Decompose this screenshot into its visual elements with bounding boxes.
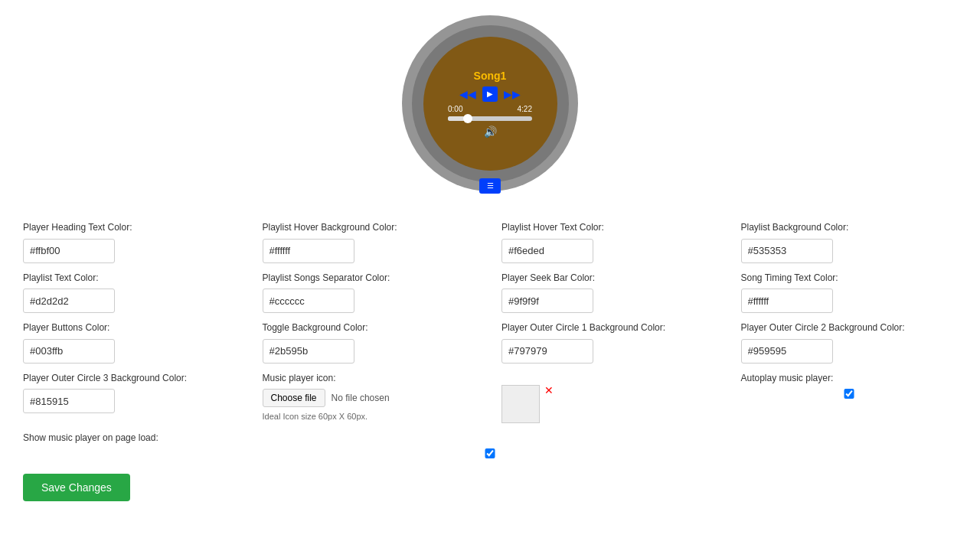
player-preview: Song1 ◀◀ ▶ ▶▶ 0:00 4:22 🔊 [23, 15, 957, 191]
icon-preview-box [501, 385, 540, 423]
song-title: Song1 [474, 70, 507, 82]
volume-icon[interactable]: 🔊 [484, 126, 497, 138]
seek-bar-fill [448, 116, 465, 121]
icon-preview-wrapper: ✕ [501, 373, 718, 423]
input-outer-circle-2-bg[interactable] [741, 339, 833, 364]
field-outer-circle-2-bg: Player Outer Circle 2 Background Color: [741, 322, 958, 364]
input-outer-circle-1-bg[interactable] [501, 339, 593, 364]
label-playlist-hover-text-color: Playlist Hover Text Color: [501, 222, 718, 234]
input-song-timing-text-color[interactable] [741, 289, 833, 313]
save-button[interactable]: Save Changes [23, 474, 130, 501]
seek-thumb [463, 114, 472, 123]
label-song-timing-text-color: Song Timing Text Color: [741, 272, 958, 285]
label-player-buttons-color: Player Buttons Color: [23, 322, 240, 334]
label-autoplay: Autoplay music player: [741, 373, 958, 385]
field-song-timing-text-color: Song Timing Text Color: [741, 272, 958, 314]
label-show-on-load: Show music player on page load: [23, 432, 957, 445]
label-playlist-hover-bg-color: Playlist Hover Background Color: [263, 222, 479, 234]
label-outer-circle-3-bg: Player Outer Circle 3 Background Color: [23, 373, 240, 385]
controls: ◀◀ ▶ ▶▶ [459, 86, 521, 102]
input-playlist-songs-sep-color[interactable] [263, 289, 354, 313]
label-music-player-icon: Music player icon: [263, 373, 479, 385]
label-playlist-text-color: Playlist Text Color: [23, 272, 240, 285]
field-playlist-bg-color: Playlist Background Color: [741, 222, 958, 263]
input-playlist-hover-bg-color[interactable] [263, 239, 354, 263]
field-playlist-hover-bg-color: Playlist Hover Background Color: [263, 222, 479, 263]
checkbox-show-on-load[interactable] [23, 448, 957, 458]
input-toggle-bg-color[interactable] [263, 339, 354, 364]
checkbox-autoplay[interactable] [741, 389, 958, 399]
label-playlist-songs-sep-color: Playlist Songs Separator Color: [263, 272, 479, 285]
outer-circle-2: Song1 ◀◀ ▶ ▶▶ 0:00 4:22 🔊 [412, 25, 569, 182]
choose-file-button[interactable]: Choose file [263, 389, 325, 407]
playlist-toggle[interactable] [479, 178, 501, 194]
label-toggle-bg-color: Toggle Background Color: [263, 322, 479, 334]
label-player-heading-text-color: Player Heading Text Color: [23, 222, 240, 234]
field-playlist-songs-sep-color: Playlist Songs Separator Color: [263, 272, 479, 314]
field-player-seek-bar-color: Player Seek Bar Color: [501, 272, 718, 314]
field-outer-circle-1-bg: Player Outer Circle 1 Background Color: [501, 322, 718, 364]
label-playlist-bg-color: Playlist Background Color: [741, 222, 958, 234]
input-player-heading-text-color[interactable] [23, 239, 115, 263]
input-player-buttons-color[interactable] [23, 339, 115, 364]
field-player-heading-text-color: Player Heading Text Color: [23, 222, 240, 263]
file-input-row: Choose file No file chosen [263, 389, 479, 407]
label-outer-circle-2-bg: Player Outer Circle 2 Background Color: [741, 322, 958, 334]
file-hint: Ideal Icon size 60px X 60px. [263, 412, 479, 421]
page-wrapper: Song1 ◀◀ ▶ ▶▶ 0:00 4:22 🔊 [0, 0, 980, 517]
settings-row-1: Player Heading Text Color: Playlist Hove… [23, 222, 957, 263]
field-playlist-hover-text-color: Playlist Hover Text Color: [501, 222, 718, 263]
field-outer-circle-3-bg: Player Outer Circle 3 Background Color: [23, 373, 240, 423]
play-button[interactable]: ▶ [482, 86, 498, 102]
next-icon[interactable]: ▶▶ [504, 88, 521, 100]
time-current: 0:00 [448, 105, 462, 113]
input-playlist-text-color[interactable] [23, 289, 115, 313]
timing-row: 0:00 4:22 [448, 105, 532, 113]
seek-bar[interactable] [448, 116, 532, 121]
field-music-player-icon: Music player icon: Choose file No file c… [263, 373, 479, 423]
inner-circle: Song1 ◀◀ ▶ ▶▶ 0:00 4:22 🔊 [423, 37, 557, 171]
field-player-buttons-color: Player Buttons Color: [23, 322, 240, 364]
field-playlist-text-color: Playlist Text Color: [23, 272, 240, 314]
input-player-seek-bar-color[interactable] [501, 289, 593, 313]
show-on-load-section: Show music player on page load: [23, 432, 957, 459]
label-player-seek-bar-color: Player Seek Bar Color: [501, 272, 718, 285]
no-file-label: No file chosen [332, 393, 390, 403]
field-autoplay: Autoplay music player: [741, 373, 958, 423]
settings-row-4: Player Outer Circle 3 Background Color: … [23, 373, 957, 423]
delete-icon-button[interactable]: ✕ [544, 385, 554, 396]
outer-circle-1: Song1 ◀◀ ▶ ▶▶ 0:00 4:22 🔊 [402, 15, 578, 191]
prev-icon[interactable]: ◀◀ [459, 88, 476, 100]
settings-row-2: Playlist Text Color: Playlist Songs Sepa… [23, 272, 957, 314]
settings-row-3: Player Buttons Color: Toggle Background … [23, 322, 957, 364]
time-total: 4:22 [518, 105, 532, 113]
input-outer-circle-3-bg[interactable] [23, 389, 115, 413]
input-playlist-bg-color[interactable] [741, 239, 833, 263]
label-outer-circle-1-bg: Player Outer Circle 1 Background Color: [501, 322, 718, 334]
field-toggle-bg-color: Toggle Background Color: [263, 322, 479, 364]
input-playlist-hover-text-color[interactable] [501, 239, 593, 263]
